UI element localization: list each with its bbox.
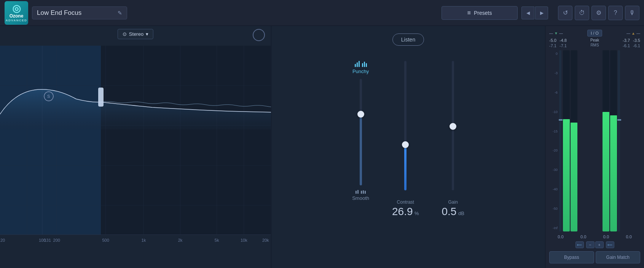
character-slider-thumb[interactable] (357, 111, 364, 118)
contrast-value-display: 26.9 % (392, 206, 419, 218)
down-arrow-icon: ▼ (554, 31, 558, 35)
input-meter-right-fill (571, 123, 577, 231)
meters-bottom: 0.0 0.0 0.0 0.0 ⟵ − + ⟵ Bypass (548, 231, 642, 265)
rms-label: RMS (590, 43, 599, 47)
input-link-button[interactable]: ⟵ (575, 241, 584, 248)
next-preset-button[interactable]: ▶ (535, 6, 548, 19)
presets-button[interactable]: ≡ Presets (442, 6, 518, 20)
stereo-selector[interactable]: ⊙ Stereo ▾ (118, 29, 153, 39)
input-meter-left (563, 50, 570, 231)
scale-10: -10 (548, 110, 558, 114)
toolbar-icons: ↺ ⏱ ⚙ ? 🎙 (558, 6, 639, 20)
io-badge[interactable]: I / O (587, 30, 602, 37)
contrast-slider-thumb[interactable] (402, 141, 409, 148)
contrast-value-section: Contrast 26.9 % (392, 199, 419, 218)
gain-slider-thumb[interactable] (450, 123, 456, 130)
gain-slider-track[interactable] (452, 61, 454, 190)
output-trim-thumb[interactable] (617, 119, 621, 121)
input-meter-header: — ▼ — (549, 31, 563, 35)
character-slider-track[interactable] (360, 79, 362, 185)
input-rms-r: -7.1 (560, 43, 567, 48)
settings-icon: ⚙ (596, 9, 601, 16)
spectrum-grid: S (0, 46, 271, 245)
up-arrow-icon: ▲ (631, 31, 635, 35)
edit-preset-icon[interactable]: ✎ (118, 10, 122, 16)
gain-match-button[interactable]: Gain Match (596, 251, 641, 263)
spectrum-bg: S (0, 46, 271, 245)
meters-panel: — ▼ — I / O — ▲ — -5.0 -4.8 -7.1 -7.1 (545, 26, 644, 268)
app-name: Ozone (10, 13, 24, 19)
header: ◎ Ozone ADVANCED Low End Focus ✎ ≡ Prese… (0, 0, 644, 26)
listen-button[interactable]: Listen (392, 34, 424, 46)
input-val-r: 0.0 (580, 234, 586, 239)
output-peak-rms: -3.7 -3.5 -6.1 -6.1 (623, 38, 640, 48)
scale-20: -20 (548, 148, 558, 152)
line-right-out-icon: — (636, 31, 640, 35)
output-link-button[interactable]: ⟵ (606, 241, 614, 248)
undo-button[interactable]: ↺ (558, 6, 572, 20)
frequency-labels: 20 100 131 200 500 1k 2k 5k 10k 20k (0, 234, 271, 245)
minus-button[interactable]: − (586, 241, 595, 248)
peak-rms-labels-col: Peak RMS (590, 38, 599, 48)
punchy-icon (355, 61, 367, 67)
settings-button[interactable]: ⚙ (591, 6, 606, 20)
output-meter-right (610, 50, 617, 231)
line-right-icon: — (559, 31, 563, 35)
control-panel: Listen Punchy (271, 26, 545, 268)
undo-icon: ↺ (563, 9, 568, 16)
freq-200: 200 (53, 238, 60, 242)
bypass-button[interactable]: Bypass (549, 251, 594, 263)
app-logo: ◎ Ozone ADVANCED (5, 1, 28, 25)
input-rms-l: -7.1 (549, 43, 556, 48)
sliders-area: Punchy Smooth (352, 53, 464, 268)
freq-5k: 5k (215, 238, 219, 242)
contrast-value-number: 26.9 (392, 206, 413, 217)
preset-name-box[interactable]: Low End Focus ✎ (32, 6, 127, 19)
peak-label: Peak (590, 38, 599, 42)
freq-20k: 20k (262, 238, 269, 242)
gain-control: Gain 0.5 dB (442, 61, 464, 218)
gain-value-unit: dB (458, 211, 464, 216)
scale-50: -50 (548, 207, 558, 211)
output-meter-right-fill (610, 115, 617, 231)
loudness-meter-circle[interactable] (253, 29, 265, 41)
gain-value-section: Gain 0.5 dB (442, 199, 464, 218)
prev-preset-button[interactable]: ◀ (521, 6, 534, 19)
plus-button[interactable]: + (595, 241, 604, 248)
scale-15: -15 (548, 129, 558, 133)
line-left-icon: — (549, 31, 553, 35)
spectrum-controls: ⊙ Stereo ▾ (118, 29, 153, 39)
smooth-icon (355, 190, 366, 194)
input-trim-slider[interactable] (559, 50, 562, 231)
contrast-value-unit: % (414, 211, 419, 216)
spectrum-panel: ⊙ Stereo ▾ (0, 26, 271, 268)
input-peak-l: -5.0 (549, 38, 556, 43)
history-button[interactable]: ⏱ (575, 6, 589, 20)
freq-1k: 1k (142, 238, 146, 242)
freq-10k: 10k (241, 238, 247, 242)
line-left-out-icon: — (626, 31, 630, 35)
input-meter-left-fill (563, 119, 570, 231)
scale-3: -3 (548, 71, 558, 75)
help-button[interactable]: ? (608, 6, 623, 20)
gain-value-display: 0.5 dB (442, 206, 464, 218)
presets-label: Presets (474, 10, 492, 16)
stereo-icon: ⊙ (123, 31, 127, 37)
scale-0: 0 (548, 52, 558, 56)
output-trim-slider[interactable] (618, 50, 621, 231)
meter-link-buttons: ⟵ − + ⟵ (549, 241, 640, 248)
output-rms-l: -6.1 (623, 43, 630, 48)
stereo-label: Stereo (129, 31, 143, 37)
mic-button[interactable]: 🎙 (625, 6, 639, 20)
meter-scale-left: 0 -3 -6 -10 -15 -20 -30 -40 -50 -Inf (548, 50, 558, 231)
contrast-fill (404, 145, 406, 190)
scale-30: -30 (548, 168, 558, 172)
output-meter-header: — ▲ — (626, 31, 640, 35)
freq-20: 20 (0, 238, 5, 242)
meters-gap (599, 50, 602, 231)
contrast-slider-track[interactable] (404, 61, 406, 190)
input-trim-thumb[interactable] (559, 119, 563, 121)
smooth-label: Smooth (352, 190, 369, 201)
history-icon: ⏱ (579, 10, 585, 16)
input-peak-r: -4.8 (560, 38, 567, 43)
